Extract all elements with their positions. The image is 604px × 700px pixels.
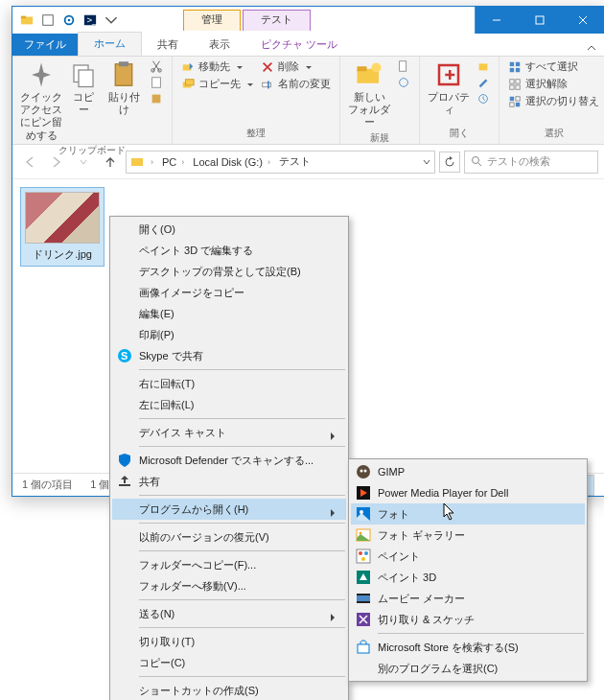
svg-point-13 [151,69,155,73]
menu-item[interactable]: Power Media Player for Dell [351,482,585,503]
invert-selection-button[interactable]: 選択の切り替え [505,93,602,109]
menu-item[interactable]: コピー(C) [112,652,346,673]
menu-item[interactable]: 切り取り(T) [112,631,346,652]
easy-access-button[interactable] [394,75,413,90]
refresh-button[interactable] [439,152,460,173]
tab-view[interactable]: 表示 [194,34,245,56]
properties-button[interactable]: プロパティ [426,58,472,118]
menu-item[interactable]: ペイント [351,546,585,567]
svg-rect-31 [516,61,520,65]
status-selected-count: 1 個 [90,478,109,492]
store-icon [356,640,371,655]
breadcrumb[interactable]: テスト [277,154,313,169]
menu-item[interactable]: デスクトップの背景として設定(B) [112,261,346,282]
svg-text:S: S [121,350,128,362]
powershell-icon[interactable]: >_ [80,10,101,31]
gear-icon[interactable] [58,10,80,31]
svg-rect-15 [152,78,161,88]
ribbon-collapse-icon[interactable] [579,44,604,56]
paste-button[interactable]: 貼り付け [103,58,145,118]
qat-dropdown[interactable] [101,10,122,31]
search-input[interactable]: テストの検索 [464,151,598,174]
open-button[interactable] [474,58,493,74]
file-thumbnail [25,192,100,244]
contextual-tab-manage[interactable]: 管理 [183,10,241,31]
menu-item[interactable]: ペイント 3D [351,567,585,588]
menu-item[interactable]: 別のプログラムを選択(C) [351,658,585,679]
menu-item[interactable]: 左に回転(L) [112,394,346,415]
recent-locations-button[interactable] [72,151,95,174]
menu-item[interactable]: 以前のバージョンの復元(V) [112,526,346,548]
menu-separator [139,523,345,524]
folder-icon[interactable] [16,10,37,31]
breadcrumb[interactable]: PC› [160,156,189,168]
rename-button[interactable]: 名前の変更 [258,76,334,92]
svg-rect-30 [510,61,514,65]
copy-path-button[interactable] [147,75,166,90]
menu-item[interactable]: ペイント 3D で編集する [112,240,346,261]
select-all-button[interactable]: すべて選択 [505,58,602,75]
paste-shortcut-button[interactable] [147,91,166,106]
history-button[interactable] [474,91,493,106]
menu-item-label: フォルダーへコピー(F)... [139,558,256,572]
delete-button[interactable]: 削除 [258,58,334,75]
tab-picture-tools[interactable]: ピクチャ ツール [245,34,353,56]
move-to-button[interactable]: 移動先 [178,58,256,75]
pin-to-quick-access-button[interactable]: クイック アクセス にピン留めする [18,58,64,144]
menu-item[interactable]: デバイス キャスト [112,422,346,443]
menu-item-label: 別のプログラムを選択(C) [378,662,498,676]
svg-rect-19 [185,79,194,84]
address-bar[interactable]: › PC› Local Disk (G:)› テスト [126,151,435,174]
menu-item[interactable]: 切り取り & スケッチ [351,609,585,630]
contextual-tab-test[interactable]: テスト [243,10,311,31]
new-item-button[interactable] [394,58,413,74]
close-button[interactable] [561,7,604,34]
menu-item[interactable]: 編集(E) [112,303,346,324]
copy-icon [69,60,98,89]
maximize-button[interactable] [518,7,561,34]
address-dropdown-icon[interactable] [423,156,430,168]
menu-item[interactable]: 共有 [112,471,346,492]
menu-item[interactable]: 開く(O) [112,219,346,240]
menu-item[interactable]: 画像イメージをコピー [112,282,346,303]
menu-item[interactable]: 送る(N) [112,603,346,624]
menu-item[interactable]: プログラムから開く(H) [112,499,346,520]
new-folder-button[interactable]: 新しい フォルダー [346,58,392,131]
file-tab[interactable]: ファイル [12,34,78,56]
svg-line-44 [478,163,481,166]
tab-home[interactable]: ホーム [78,32,142,56]
menu-item-label: 画像イメージをコピー [139,286,244,300]
breadcrumb-sep[interactable]: › [146,157,158,167]
svg-rect-10 [79,70,93,87]
menu-item[interactable]: フォルダーへコピー(F)... [112,554,346,575]
file-item[interactable]: ドリンク.jpg [20,187,105,267]
menu-item[interactable]: Microsoft Store を検索する(S) [351,637,585,658]
tab-share[interactable]: 共有 [142,34,194,56]
svg-rect-70 [357,601,370,603]
menu-item[interactable]: 右に回転(T) [112,373,346,394]
pin-icon[interactable] [37,10,58,31]
forward-button[interactable] [45,151,68,174]
movie-icon [356,591,371,606]
menu-item[interactable]: Microsoft Defender でスキャンする... [112,450,346,471]
menu-item[interactable]: 印刷(P) [112,324,346,345]
cut-button[interactable] [147,58,166,74]
menu-item[interactable]: GIMP [351,461,585,482]
minimize-button[interactable] [475,7,518,34]
copy-button[interactable]: コピー [66,58,101,118]
menu-item[interactable]: フォト ギャラリー [351,525,585,546]
svg-rect-37 [516,84,520,88]
edit-button[interactable] [474,75,493,90]
menu-item[interactable]: フォト [351,503,585,525]
menu-item[interactable]: ショートカットの作成(S) [112,680,346,700]
menu-item[interactable]: ムービー メーカー [351,588,585,609]
menu-item[interactable]: SSkype で共有 [112,345,346,366]
paste-icon [109,60,138,89]
breadcrumb[interactable]: Local Disk (G:)› [191,156,275,168]
svg-rect-34 [510,79,514,82]
up-button[interactable] [99,151,122,174]
back-button[interactable] [18,151,41,174]
menu-item[interactable]: フォルダーへ移動(V)... [112,575,346,596]
select-none-button[interactable]: 選択解除 [505,76,602,92]
copy-to-button[interactable]: コピー先 [178,76,256,92]
